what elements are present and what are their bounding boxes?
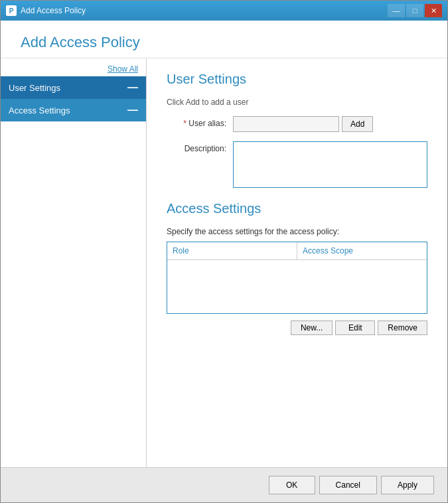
edit-button[interactable]: Edit	[335, 321, 375, 335]
remove-button[interactable]: Remove	[378, 321, 427, 335]
minimize-button[interactable]: —	[388, 4, 405, 17]
window-header: Add Access Policy	[1, 21, 447, 58]
sidebar-item-user-settings-label: User Settings	[9, 83, 60, 93]
apply-button[interactable]: Apply	[381, 476, 434, 494]
sidebar-item-access-settings-label: Access Settings	[9, 106, 70, 115]
title-bar-text: Add Access Policy	[21, 6, 86, 15]
user-settings-title: User Settings	[167, 72, 427, 87]
user-alias-input[interactable]	[233, 116, 339, 132]
cancel-button[interactable]: Cancel	[319, 476, 377, 494]
sidebar-item-access-settings[interactable]: Access Settings —	[1, 99, 146, 121]
sidebar: Show All User Settings — Access Settings…	[1, 58, 147, 467]
access-table-body	[167, 260, 427, 313]
new-button[interactable]: New...	[291, 321, 333, 335]
user-settings-hint: Click Add to add a user	[167, 98, 427, 107]
user-alias-label: * User alias:	[167, 116, 233, 128]
window-content: Add Access Policy Show All User Settings…	[1, 21, 447, 502]
title-bar-controls: — □ ✕	[388, 4, 442, 17]
description-input[interactable]	[233, 141, 427, 188]
access-settings-title: Access Settings	[167, 201, 427, 216]
user-alias-input-row: Add	[233, 116, 373, 132]
main-window: P Add Access Policy — □ ✕ Add Access Pol…	[0, 0, 448, 503]
user-alias-row: * User alias: Add	[167, 116, 427, 132]
access-table: Role Access Scope	[167, 242, 427, 314]
title-bar-left: P Add Access Policy	[6, 5, 86, 16]
access-settings-hint: Specify the access settings for the acce…	[167, 227, 427, 236]
page-title: Add Access Policy	[21, 34, 427, 51]
close-button[interactable]: ✕	[425, 4, 442, 17]
access-settings-collapse-icon: —	[127, 104, 138, 116]
sidebar-item-user-settings[interactable]: User Settings —	[1, 76, 146, 99]
add-user-button[interactable]: Add	[342, 116, 373, 132]
app-icon: P	[6, 5, 17, 16]
access-scope-column-header: Access Scope	[297, 242, 427, 259]
required-star: *	[183, 119, 187, 128]
description-label: Description:	[167, 141, 233, 153]
show-all-link[interactable]: Show All	[1, 62, 146, 76]
ok-button[interactable]: OK	[269, 476, 315, 494]
footer: OK Cancel Apply	[1, 467, 447, 502]
table-actions: New... Edit Remove	[167, 321, 427, 335]
description-row: Description:	[167, 141, 427, 188]
main-area: Show All User Settings — Access Settings…	[1, 58, 447, 467]
restore-button[interactable]: □	[406, 4, 423, 17]
user-settings-collapse-icon: —	[127, 82, 138, 94]
role-column-header: Role	[167, 242, 297, 259]
title-bar: P Add Access Policy — □ ✕	[1, 1, 447, 21]
access-table-header: Role Access Scope	[167, 242, 427, 260]
content-area: User Settings Click Add to add a user * …	[147, 58, 447, 467]
